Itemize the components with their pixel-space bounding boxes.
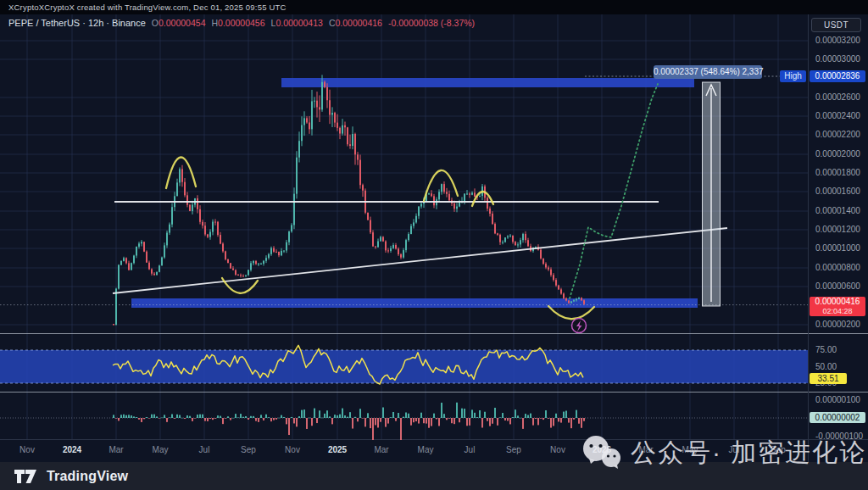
time-axis-month-label: May xyxy=(682,445,698,454)
footer-bar: TradingView xyxy=(0,462,868,490)
time-axis-month-label: Nov xyxy=(550,445,565,454)
ohlc-key: H xyxy=(211,18,218,28)
axis-tick-label: 0.00002600 xyxy=(815,92,860,102)
tradingview-logo-icon[interactable] xyxy=(14,467,39,486)
time-axis-year-label: 2026 xyxy=(593,445,611,454)
ohlc-value: 0.00000456 xyxy=(218,18,264,28)
axis-tick-label: 0.00000100 xyxy=(815,395,860,404)
axis-tick-label: 0.00001000 xyxy=(815,243,860,253)
axis-tick-label: 0.00003000 xyxy=(815,54,860,64)
ohlc-values: O0.00000454H0.00000456L0.00000413C0.0000… xyxy=(146,18,382,28)
long-position-target-label[interactable]: 0.00002337 (548.64%) 2,337 xyxy=(654,65,762,79)
tradingview-wordmark[interactable]: TradingView xyxy=(47,469,128,484)
time-axis-month-label: Jul xyxy=(199,445,210,454)
time-axis-year-label: 2025 xyxy=(328,445,347,454)
high-price-axis-badge: 0.00002836 xyxy=(810,70,865,82)
time-axis-month-label: Mar xyxy=(374,445,388,454)
axis-tick-label: 50.00 xyxy=(815,362,837,371)
time-axis-month-label: Sep xyxy=(771,445,786,454)
ohlc-value: 0.00000454 xyxy=(159,18,205,28)
time-axis-month-label: Nov xyxy=(19,445,35,454)
last-price-badge: 0.00000416 02:04:28 xyxy=(810,297,865,316)
axis-tick-label: 0.00000600 xyxy=(815,281,860,291)
tradingview-app: XCryptoXCryptoX created with TradingView… xyxy=(0,0,868,490)
ohlc-key: O xyxy=(152,18,159,28)
axis-tick-label: 0.00002400 xyxy=(815,111,860,120)
time-axis-month-label: Jul xyxy=(465,445,476,454)
symbol-legend[interactable]: PEPE / TetherUS · 12h · BinanceO0.000004… xyxy=(8,18,475,31)
symbol-title: PEPE / TetherUS · 12h · Binance xyxy=(8,18,146,28)
time-axis-month-label: Jul xyxy=(729,445,740,454)
time-axis-month-label: Mar xyxy=(638,445,653,454)
axis-tick-label: 0.00001800 xyxy=(815,168,860,177)
time-axis-month-label: Mar xyxy=(108,445,123,454)
axis-tick-label: 0.00001400 xyxy=(815,206,860,215)
axis-tick-label: 0.00002000 xyxy=(815,149,860,159)
currency-toggle-button[interactable]: USDT xyxy=(811,18,861,32)
ohlc-value: 0.00000413 xyxy=(275,18,322,28)
last-price-value: 0.00000416 xyxy=(810,297,865,307)
time-axis-month-label: Sep xyxy=(241,445,256,454)
time-axis-month-label: May xyxy=(153,445,169,454)
axis-tick-label: 0.00002200 xyxy=(815,130,860,139)
high-line-label[interactable]: High xyxy=(780,70,806,82)
axis-tick-label: 0.00001200 xyxy=(815,225,860,234)
axis-tick-label: 0.00000800 xyxy=(815,263,860,272)
axis-tick-label: -0.00000100 xyxy=(815,432,863,441)
change-value: -0.00000038 (-8.37%) xyxy=(388,18,475,28)
time-axis-month-label: Sep xyxy=(506,445,521,454)
rsi-value-badge: 33.51 xyxy=(810,373,847,384)
histogram-value-badge: 0.00000002 xyxy=(810,412,865,423)
time-axis-month-label: May xyxy=(418,445,434,454)
axis-tick-label: 0.00000200 xyxy=(815,320,860,329)
bar-countdown: 02:04:28 xyxy=(810,307,865,317)
time-axis-year-label: 2024 xyxy=(63,445,81,454)
ohlc-value: 0.00000416 xyxy=(335,18,381,28)
time-axis-month-label: Nov xyxy=(285,445,300,454)
axis-tick-label: 0.00001600 xyxy=(815,187,860,196)
axis-tick-label: 0.00003200 xyxy=(815,36,860,45)
axis-tick-label: 75.00 xyxy=(815,345,837,354)
